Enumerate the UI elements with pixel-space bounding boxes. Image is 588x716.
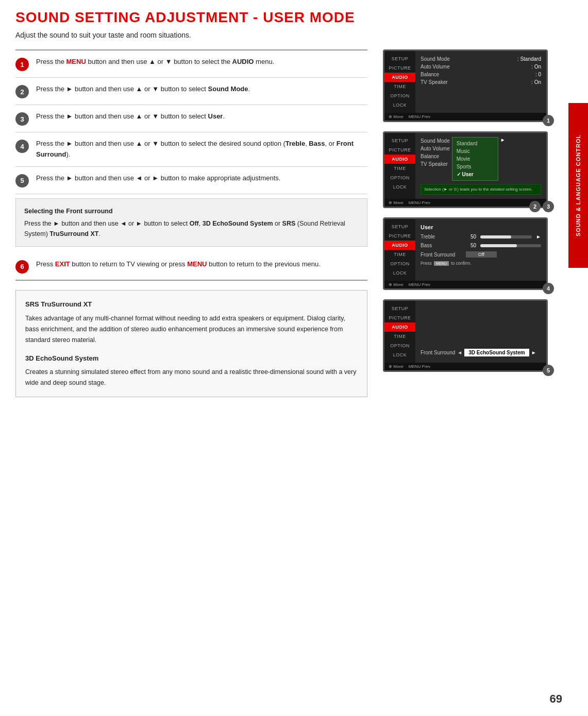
tv-label-tvspeaker: TV Speaker — [421, 79, 448, 85]
circle-5: 5 — [543, 365, 554, 376]
tv-row-balance: Balance : 0 — [421, 71, 541, 78]
tv-value-autovolume: : On — [531, 64, 541, 70]
step-3: 3 Press the ► button and then use ▲ or ▼… — [15, 105, 367, 132]
treble-arrow: ► — [536, 234, 541, 240]
tv-row-sm2: Sound Mode — [421, 137, 450, 145]
screen-3-container: SETUP PICTURE AUDIO TIME OPTION LOCK Use… — [383, 217, 548, 290]
right-column: SETUP PICTURE AUDIO TIME OPTION LOCK Sou… — [383, 49, 548, 397]
menu-option-3: OPTION — [384, 259, 415, 268]
selecting-box-body: Press the ► button and then use ◄ or ► b… — [24, 218, 359, 239]
treble-label: Treble — [421, 234, 462, 240]
tv-screen-4: SETUP PICTURE AUDIO TIME OPTION LOCK Fro… — [383, 299, 548, 372]
menu-setup-4: SETUP — [384, 304, 415, 313]
echo-body: Creates a stunning simulated stereo effe… — [25, 367, 358, 389]
circle-2: 2 — [529, 201, 541, 212]
srs-box: SRS TruSurround XT Takes advantage of an… — [15, 290, 367, 397]
subtitle: Adjust the sound to suit your taste and … — [15, 31, 548, 39]
step-bubble-3: 3 — [15, 112, 29, 126]
echo-title: 3D EchoSound System — [25, 353, 358, 364]
frontsurround-label: Front Surround — [421, 252, 462, 258]
user-title: User — [421, 223, 541, 232]
surround-left-arrow: ◄ — [457, 350, 462, 355]
bass-row: Bass 50 — [421, 241, 541, 250]
tv-screen-3: SETUP PICTURE AUDIO TIME OPTION LOCK Use… — [383, 217, 548, 290]
tv-row-bal2: Balance — [421, 152, 450, 160]
step-bubble-5: 5 — [15, 174, 29, 187]
step-2: 2 Press the ► button and then use ▲ or ▼… — [15, 78, 367, 105]
srs-body: Takes advantage of any multi-channel for… — [25, 313, 358, 346]
sound-mode-list: Standard Music Movie Sports User — [452, 137, 498, 181]
tv-main-1: Sound Mode : Standard Auto Volume : On B… — [415, 51, 546, 113]
menu-setup-2: SETUP — [384, 136, 415, 145]
menu-option-4: OPTION — [384, 341, 415, 350]
menu-picture-1: PICTURE — [384, 63, 415, 73]
surround-selected: 3D EchoSound System — [464, 349, 529, 356]
menu-time-3: TIME — [384, 250, 415, 259]
frontsurround-row: Front Surround Off — [421, 250, 541, 259]
tv-row-tvspeaker: TV Speaker : On — [421, 78, 541, 86]
menu-option-2: OPTION — [384, 173, 415, 182]
step-bubble-6: 6 — [15, 260, 29, 274]
menu-picture-3: PICTURE — [384, 231, 415, 241]
screen-4-container: SETUP PICTURE AUDIO TIME OPTION LOCK Fro… — [383, 299, 548, 372]
tv-footer-prev-3: MENU Prev — [409, 282, 430, 287]
tv-main-3: User Treble 50 ► Bass — [415, 219, 546, 281]
tv-label-soundmode: Sound Mode — [421, 56, 450, 62]
bass-track — [480, 244, 541, 247]
step-text-6: Press EXIT button to return to TV viewin… — [36, 259, 321, 270]
tv-footer-4: ⊕ Move MENU Prev — [384, 363, 546, 370]
tv-sidebar-1: SETUP PICTURE AUDIO TIME OPTION LOCK — [384, 51, 415, 113]
select-arrow-2: ► — [500, 137, 508, 143]
tv-row-tvs2: TV Speaker — [421, 160, 450, 168]
step-5: 5 Press the ► button and then use ◄ or ►… — [15, 167, 367, 194]
menu-audio-4: AUDIO — [384, 322, 415, 332]
menu-key-6: MENU — [187, 260, 207, 268]
step-text-4: Press the ► button and then use ▲ or ▼ b… — [36, 139, 367, 160]
menu-time-1: TIME — [384, 82, 415, 91]
circle-3: 3 — [543, 201, 554, 212]
tv-row-soundmode-1: Sound Mode : Standard — [421, 55, 541, 63]
tv-footer-prev-2: MENU Prev — [409, 200, 430, 205]
srs-title: SRS TruSurround XT — [25, 299, 358, 310]
tv-label-autovolume: Auto Volume — [421, 64, 450, 70]
hint-box-2: Selection (► or ⊙) leads you to the deta… — [421, 184, 541, 195]
tv-screen-2: SETUP PICTURE AUDIO TIME OPTION LOCK Sou… — [383, 131, 548, 208]
tv-sidebar-3: SETUP PICTURE AUDIO TIME OPTION LOCK — [384, 219, 415, 281]
step-1: 1 Press the MENU button and then use ▲ o… — [15, 49, 367, 78]
surround-right-arrow: ► — [531, 350, 536, 355]
tv-row-av2: Auto Volume — [421, 145, 450, 152]
tv-value-tvspeaker: : On — [531, 79, 541, 85]
bass-fill — [480, 244, 517, 247]
menu-audio-2: AUDIO — [384, 155, 415, 164]
treble-fill — [480, 235, 511, 238]
tv-footer-3: ⊕ Move MENU Prev — [384, 281, 546, 288]
exit-key: EXIT — [55, 260, 70, 268]
tv-value-soundmode: : Standard — [517, 56, 541, 62]
step-bubble-4: 4 — [15, 140, 29, 153]
menu-setup-3: SETUP — [384, 222, 415, 231]
tv-footer-prev-1: MENU Prev — [409, 114, 430, 119]
bass-label: Bass — [421, 243, 462, 248]
step-bubble-2: 2 — [15, 85, 29, 98]
page-number: 69 — [550, 692, 562, 706]
tv-screen-1: SETUP PICTURE AUDIO TIME OPTION LOCK Sou… — [383, 49, 548, 122]
tv-label-balance: Balance — [421, 72, 439, 77]
confirm-text: Press MENU to confirm. — [421, 259, 541, 267]
tv-inner-3: SETUP PICTURE AUDIO TIME OPTION LOCK Use… — [384, 219, 546, 281]
tv-footer-move-4: ⊕ Move — [389, 364, 404, 369]
option-music: Music — [452, 147, 498, 155]
menu-key-1: MENU — [66, 58, 86, 65]
select-row-2: Sound Mode Auto Volume Balance TV Speake… — [421, 137, 541, 181]
layout: 1 Press the MENU button and then use ▲ o… — [15, 49, 548, 397]
option-sports: Sports — [452, 163, 498, 171]
circle-1: 1 — [543, 115, 554, 126]
selecting-box-title: Selecting the Front surround — [24, 206, 359, 216]
treble-value: 50 — [466, 234, 476, 240]
tv-sidebar-4: SETUP PICTURE AUDIO TIME OPTION LOCK — [384, 301, 415, 363]
menu-setup-1: SETUP — [384, 54, 415, 63]
left-labels-2: Sound Mode Auto Volume Balance TV Speake… — [421, 137, 450, 168]
step-bubble-1: 1 — [15, 58, 29, 71]
tv-main-2: Sound Mode Auto Volume Balance TV Speake… — [415, 133, 546, 199]
left-column: 1 Press the MENU button and then use ▲ o… — [15, 49, 367, 397]
step-text-2: Press the ► button and then use ▲ or ▼ b… — [36, 84, 250, 95]
